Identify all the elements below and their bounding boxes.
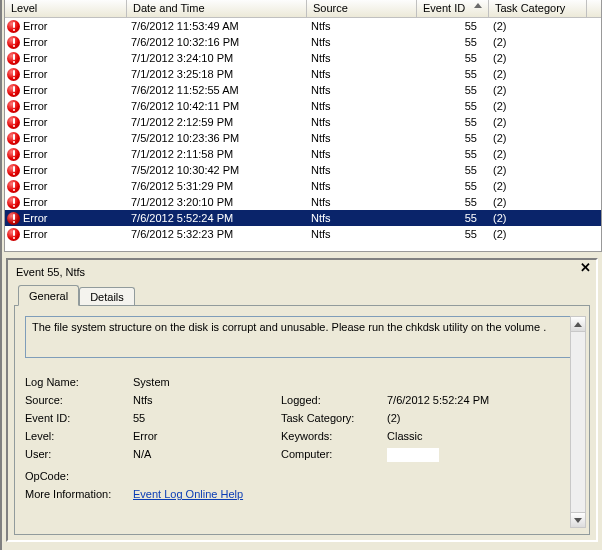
lbl-source: Source: [25, 394, 133, 406]
cell-level: Error [23, 162, 47, 178]
error-icon [7, 228, 20, 241]
col-header-task[interactable]: Task Category [489, 0, 587, 17]
val-opcode [133, 470, 281, 482]
close-button[interactable]: ✕ [578, 262, 592, 276]
cell-datetime: 7/1/2012 2:11:58 PM [127, 146, 307, 162]
error-icon [7, 36, 20, 49]
cell-level: Error [23, 34, 47, 50]
val-log-name: System [133, 376, 281, 388]
table-row[interactable]: Error7/1/2012 3:24:10 PMNtfs55(2) [5, 50, 601, 66]
details-scrollbar[interactable] [570, 316, 586, 528]
tab-general[interactable]: General [18, 285, 79, 306]
table-row[interactable]: Error7/6/2012 11:52:55 AMNtfs55(2) [5, 82, 601, 98]
val-event-id: 55 [133, 412, 281, 424]
val-computer [387, 448, 567, 464]
lbl-event-id: Event ID: [25, 412, 133, 424]
col-header-event-id[interactable]: Event ID [417, 0, 489, 17]
error-icon [7, 164, 20, 177]
cell-datetime: 7/6/2012 10:32:16 PM [127, 34, 307, 50]
sort-asc-icon [474, 3, 482, 8]
cell-source: Ntfs [307, 18, 417, 34]
link-event-log-online-help[interactable]: Event Log Online Help [133, 488, 243, 500]
cell-source: Ntfs [307, 34, 417, 50]
cell-level: Error [23, 98, 47, 114]
lbl-opcode: OpCode: [25, 470, 133, 482]
cell-event-id: 55 [417, 130, 489, 146]
table-row[interactable]: Error7/1/2012 3:25:18 PMNtfs55(2) [5, 66, 601, 82]
cell-source: Ntfs [307, 226, 417, 242]
table-row[interactable]: Error7/6/2012 11:53:49 AMNtfs55(2) [5, 18, 601, 34]
cell-level: Error [23, 130, 47, 146]
cell-datetime: 7/5/2012 10:30:42 PM [127, 162, 307, 178]
lbl-more-info: More Information: [25, 488, 133, 500]
cell-datetime: 7/6/2012 11:53:49 AM [127, 18, 307, 34]
cell-task: (2) [489, 98, 587, 114]
cell-source: Ntfs [307, 210, 417, 226]
cell-datetime: 7/6/2012 5:31:29 PM [127, 178, 307, 194]
lbl-keywords: Keywords: [281, 430, 387, 442]
cell-task: (2) [489, 114, 587, 130]
cell-level: Error [23, 66, 47, 82]
val-source: Ntfs [133, 394, 281, 406]
cell-level: Error [23, 114, 47, 130]
cell-source: Ntfs [307, 178, 417, 194]
table-row[interactable]: Error7/1/2012 2:12:59 PMNtfs55(2) [5, 114, 601, 130]
col-header-datetime[interactable]: Date and Time [127, 0, 307, 17]
table-row[interactable]: Error7/6/2012 5:31:29 PMNtfs55(2) [5, 178, 601, 194]
cell-datetime: 7/1/2012 2:12:59 PM [127, 114, 307, 130]
chevron-down-icon [574, 518, 582, 523]
cell-datetime: 7/1/2012 3:25:18 PM [127, 66, 307, 82]
col-header-source[interactable]: Source [307, 0, 417, 17]
tab-details[interactable]: Details [79, 287, 135, 306]
cell-event-id: 55 [417, 146, 489, 162]
cell-event-id: 55 [417, 18, 489, 34]
cell-task: (2) [489, 194, 587, 210]
cell-task: (2) [489, 162, 587, 178]
scroll-up-button[interactable] [571, 317, 585, 332]
cell-source: Ntfs [307, 162, 417, 178]
cell-task: (2) [489, 146, 587, 162]
cell-task: (2) [489, 66, 587, 82]
error-icon [7, 116, 20, 129]
table-row[interactable]: Error7/1/2012 2:11:58 PMNtfs55(2) [5, 146, 601, 162]
cell-task: (2) [489, 18, 587, 34]
table-row[interactable]: Error7/6/2012 10:32:16 PMNtfs55(2) [5, 34, 601, 50]
table-row[interactable]: Error7/6/2012 5:52:24 PMNtfs55(2) [5, 210, 601, 226]
cell-event-id: 55 [417, 82, 489, 98]
lbl-computer: Computer: [281, 448, 387, 464]
grid-body[interactable]: Error7/6/2012 11:53:49 AMNtfs55(2)Error7… [5, 18, 601, 250]
table-row[interactable]: Error7/6/2012 5:32:23 PMNtfs55(2) [5, 226, 601, 242]
table-row[interactable]: Error7/5/2012 10:30:42 PMNtfs55(2) [5, 162, 601, 178]
grid-header: Level Date and Time Source Event ID Task… [5, 0, 601, 18]
table-row[interactable]: Error7/1/2012 3:20:10 PMNtfs55(2) [5, 194, 601, 210]
table-row[interactable]: Error7/5/2012 10:23:36 PMNtfs55(2) [5, 130, 601, 146]
cell-level: Error [23, 194, 47, 210]
col-header-event-id-label: Event ID [423, 2, 465, 14]
error-icon [7, 212, 20, 225]
table-row[interactable]: Error7/6/2012 10:42:11 PMNtfs55(2) [5, 98, 601, 114]
tab-strip: General Details [14, 284, 590, 305]
cell-event-id: 55 [417, 210, 489, 226]
chevron-up-icon [574, 322, 582, 327]
error-icon [7, 84, 20, 97]
cell-event-id: 55 [417, 114, 489, 130]
cell-level: Error [23, 210, 47, 226]
cell-task: (2) [489, 210, 587, 226]
lbl-logged: Logged: [281, 394, 387, 406]
scroll-down-button[interactable] [571, 512, 585, 527]
cell-event-id: 55 [417, 98, 489, 114]
error-icon [7, 148, 20, 161]
lbl-level: Level: [25, 430, 133, 442]
cell-event-id: 55 [417, 178, 489, 194]
lbl-task-cat: Task Category: [281, 412, 387, 424]
lbl-log-name: Log Name: [25, 376, 133, 388]
val-logged: 7/6/2012 5:52:24 PM [387, 394, 567, 406]
cell-level: Error [23, 50, 47, 66]
cell-source: Ntfs [307, 82, 417, 98]
col-header-level[interactable]: Level [5, 0, 127, 17]
error-icon [7, 52, 20, 65]
cell-source: Ntfs [307, 50, 417, 66]
cell-datetime: 7/6/2012 5:52:24 PM [127, 210, 307, 226]
error-icon [7, 20, 20, 33]
cell-event-id: 55 [417, 162, 489, 178]
